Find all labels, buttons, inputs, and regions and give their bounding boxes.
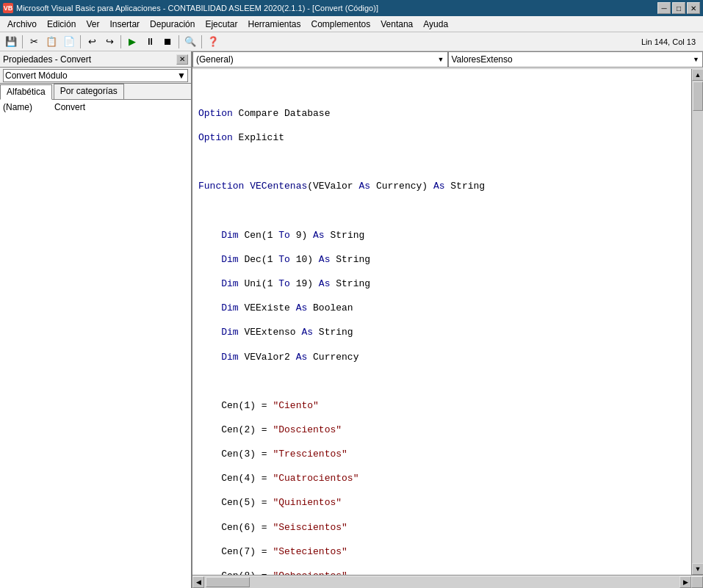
general-selector-arrow: ▼ xyxy=(438,56,444,63)
menu-depuracion[interactable]: Depuración xyxy=(145,18,199,31)
object-dropdown-arrow: ▼ xyxy=(177,70,186,81)
code-line: Cen(2) = "Doscientos" xyxy=(198,424,685,437)
toolbar-find-icon[interactable]: 🔍 xyxy=(182,34,198,50)
menu-archivo[interactable]: Archivo xyxy=(3,18,41,31)
toolbar-help-icon[interactable]: ❓ xyxy=(205,34,221,50)
object-value: Convert Módulo xyxy=(5,70,68,81)
code-line: Option Compare Database xyxy=(198,107,685,120)
tab-por-categorias[interactable]: Por categorías xyxy=(54,84,124,99)
code-line: Cen(7) = "Setecientos" xyxy=(198,545,685,559)
menu-ver[interactable]: Ver xyxy=(82,18,104,31)
title-bar: VB Microsoft Visual Basic para Aplicacio… xyxy=(0,0,703,16)
scroll-corner xyxy=(691,576,703,588)
code-line xyxy=(198,205,685,218)
toolbar-stop-icon[interactable]: ⏹ xyxy=(159,34,176,50)
toolbar-run-icon[interactable]: ▶ xyxy=(124,34,140,50)
code-line xyxy=(198,156,685,169)
toolbar: 💾 ✂ 📋 📄 ↩ ↪ ▶ ⏸ ⏹ 🔍 ❓ Lin 144, Col 13 xyxy=(0,32,703,51)
panel-title: Propiedades - Convert xyxy=(3,54,91,65)
toolbar-save-icon[interactable]: 💾 xyxy=(3,34,19,50)
menu-insertar[interactable]: Insertar xyxy=(105,18,144,31)
hscroll-track[interactable] xyxy=(204,576,679,588)
properties-panel: Propiedades - Convert ✕ Convert Módulo ▼… xyxy=(0,51,192,588)
code-line: Function VECentenas(VEValor As Currency)… xyxy=(198,180,685,193)
scroll-up-button[interactable]: ▲ xyxy=(692,69,703,81)
code-line: Dim VEExtenso As String xyxy=(198,326,685,339)
proc-selector-arrow: ▼ xyxy=(693,56,699,63)
minimize-button[interactable]: ─ xyxy=(657,2,671,14)
object-selector: Convert Módulo ▼ xyxy=(0,68,191,84)
code-selectors: (General) ▼ ValoresExtenso ▼ xyxy=(192,51,703,69)
panel-close-button[interactable]: ✕ xyxy=(176,54,188,65)
toolbar-position: Lin 144, Col 13 xyxy=(637,37,700,46)
toolbar-sep-4 xyxy=(179,35,179,48)
scroll-right-button[interactable]: ▶ xyxy=(679,576,691,588)
code-line: Cen(8) = "Ochocientos" xyxy=(198,570,685,575)
toolbar-copy-icon[interactable]: 📋 xyxy=(43,34,60,50)
maximize-button[interactable]: □ xyxy=(672,2,685,14)
proc-selector[interactable]: ValoresExtenso ▼ xyxy=(448,51,704,68)
toolbar-paste-icon[interactable]: 📄 xyxy=(61,34,77,50)
close-button[interactable]: ✕ xyxy=(687,2,700,14)
title-bar-text: Microsoft Visual Basic para Aplicaciones… xyxy=(16,4,378,12)
prop-name-label: (Name) xyxy=(3,102,54,112)
tab-alfabetica[interactable]: Alfabética xyxy=(0,84,52,100)
scroll-thumb[interactable] xyxy=(693,81,703,111)
code-line: Dim Uni(1 To 19) As String xyxy=(198,277,685,291)
title-bar-controls: ─ □ ✕ xyxy=(657,2,700,14)
toolbar-pause-icon[interactable]: ⏸ xyxy=(142,34,158,50)
props-tabs: Alfabética Por categorías xyxy=(0,84,191,100)
code-body: Option Compare Database Option Explicit … xyxy=(192,69,703,575)
code-panel: (General) ▼ ValoresExtenso ▼ Option Comp… xyxy=(192,51,703,588)
panel-header: Propiedades - Convert ✕ xyxy=(0,51,191,68)
proc-selector-label: ValoresExtenso xyxy=(452,54,513,65)
menu-complementos[interactable]: Complementos xyxy=(307,18,375,31)
code-line: Cen(1) = "Ciento" xyxy=(198,399,685,413)
toolbar-cut-icon[interactable]: ✂ xyxy=(26,34,42,50)
code-line xyxy=(198,83,685,96)
object-dropdown[interactable]: Convert Módulo ▼ xyxy=(3,69,188,82)
code-line: Dim Cen(1 To 9) As String xyxy=(198,229,685,242)
toolbar-sep-5 xyxy=(201,35,202,48)
menu-herramientas[interactable]: Herramientas xyxy=(243,18,305,31)
toolbar-sep-2 xyxy=(80,35,81,48)
code-line: Dim Dec(1 To 10) As String xyxy=(198,253,685,266)
app-icon: VB xyxy=(3,3,13,13)
code-line: Cen(5) = "Quinientos" xyxy=(198,496,685,509)
prop-name-row: (Name) Convert xyxy=(1,101,190,113)
toolbar-sep-1 xyxy=(22,35,23,48)
code-line: Cen(3) = "Trescientos" xyxy=(198,448,685,461)
general-selector[interactable]: (General) ▼ xyxy=(192,51,448,68)
toolbar-sep-3 xyxy=(120,35,121,48)
horizontal-scrollbar-area: ◀ ▶ xyxy=(192,575,703,588)
menu-ayuda[interactable]: Ayuda xyxy=(419,18,453,31)
code-line: Cen(6) = "Seiscientos" xyxy=(198,521,685,534)
toolbar-undo-icon[interactable]: ↩ xyxy=(84,34,100,50)
menu-ventana[interactable]: Ventana xyxy=(376,18,417,31)
menu-bar: Archivo Edición Ver Insertar Depuración … xyxy=(0,16,703,32)
scroll-track[interactable] xyxy=(692,81,703,563)
general-selector-label: (General) xyxy=(196,54,234,65)
scroll-left-button[interactable]: ◀ xyxy=(192,576,204,588)
menu-edicion[interactable]: Edición xyxy=(43,18,80,31)
code-line: Cen(4) = "Cuatrocientos" xyxy=(198,472,685,485)
code-line: Dim VEValor2 As Currency xyxy=(198,351,685,364)
code-line: Dim VEExiste As Boolean xyxy=(198,302,685,315)
scroll-down-button[interactable]: ▼ xyxy=(692,563,703,575)
vertical-scrollbar[interactable]: ▲ ▼ xyxy=(691,69,703,575)
title-bar-left: VB Microsoft Visual Basic para Aplicacio… xyxy=(3,3,378,13)
menu-ejecutar[interactable]: Ejecutar xyxy=(201,18,242,31)
main-layout: Propiedades - Convert ✕ Convert Módulo ▼… xyxy=(0,51,703,588)
code-line xyxy=(198,375,685,388)
code-line: Option Explicit xyxy=(198,131,685,145)
hscroll-thumb[interactable] xyxy=(206,577,250,587)
toolbar-redo-icon[interactable]: ↪ xyxy=(101,34,118,50)
prop-name-value: Convert xyxy=(54,102,85,112)
props-area: (Name) Convert xyxy=(0,100,191,588)
code-area[interactable]: Option Compare Database Option Explicit … xyxy=(192,69,691,575)
